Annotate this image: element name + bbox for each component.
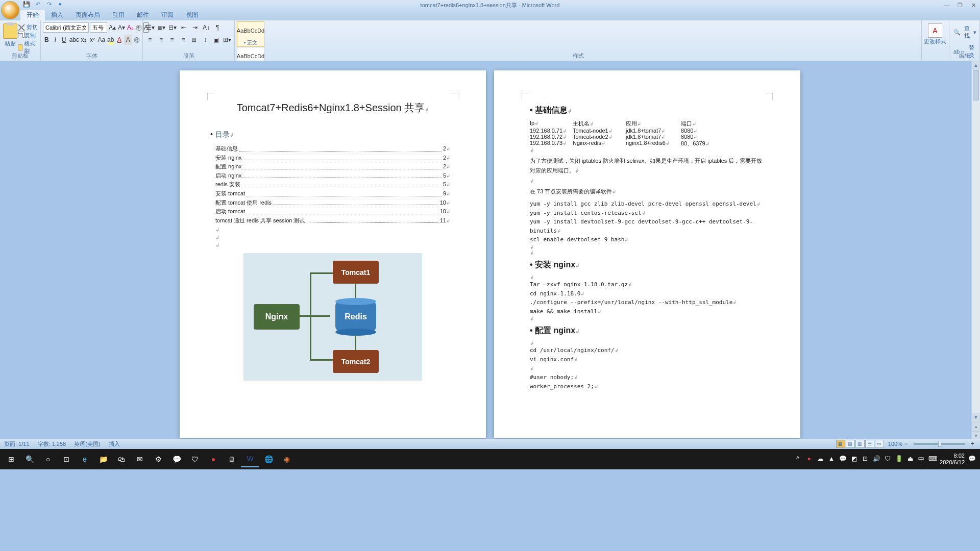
tray-power-icon[interactable]: 🔋 (895, 455, 903, 463)
tray-usb-icon[interactable]: ⏏ (906, 455, 914, 463)
window-minimize[interactable]: — (940, 2, 953, 9)
toc-line-8[interactable]: tomcat 通过 redis 共享 session 测试11↲ (215, 216, 450, 226)
view-draft[interactable]: ▭ (875, 440, 884, 448)
toc-line-2[interactable]: 配置 nginx2↲ (215, 162, 450, 171)
zoom-in-button[interactable]: + (969, 439, 976, 449)
case-button[interactable]: Aa (97, 35, 106, 45)
align-right-button[interactable]: ≡ (167, 35, 177, 45)
zoom-value[interactable]: 100% (888, 441, 902, 447)
status-words[interactable]: 字数: 1,258 (38, 440, 66, 448)
edge-button[interactable]: e (76, 451, 94, 467)
tray-notifications-icon[interactable]: 💬 (968, 455, 976, 463)
tray-wechat-icon[interactable]: 💬 (839, 455, 847, 463)
shading-button[interactable]: ▣ (211, 35, 222, 45)
italic-button[interactable]: I (52, 35, 59, 45)
cut-button[interactable]: 剪切 (18, 23, 38, 31)
word-button[interactable]: W (241, 451, 259, 467)
vertical-scrollbar[interactable]: ▲ ▼ ▴ ▾ (971, 61, 980, 439)
tray-clip-icon[interactable]: ⊡ (861, 455, 869, 463)
status-lang[interactable]: 英语(美国) (74, 440, 100, 448)
tray-keyboard-icon[interactable]: ⌨ (928, 455, 937, 463)
scroll-up-button[interactable]: ▲ (972, 61, 980, 70)
tray-onedrive-icon[interactable]: ▲ (827, 455, 836, 463)
highlight-button[interactable]: ab (107, 35, 114, 45)
store-button[interactable]: 🛍 (112, 451, 131, 467)
grow-font-button[interactable]: A▴ (108, 22, 116, 33)
style-item-0[interactable]: AaBbCcDd• 正文 (237, 21, 264, 47)
next-page-button[interactable]: ▾ (972, 431, 980, 439)
toc-line-6[interactable]: 配置 tomcat 使用 redis10↲ (215, 198, 450, 208)
subscript-button[interactable]: x₂ (80, 35, 88, 45)
start-button[interactable]: ⊞ (2, 451, 20, 467)
qat-undo[interactable]: ↶ (34, 1, 42, 9)
tab-home[interactable]: 开始 (20, 10, 45, 20)
toc-line-0[interactable]: 基础信息2↲ (215, 144, 450, 154)
document-area[interactable]: Tomcat7+Redis6+Nginx1.8+Session 共享↲ • 目录… (0, 61, 980, 439)
tray-net-icon[interactable]: ◩ (850, 455, 858, 463)
toc-line-3[interactable]: 启动 nginx5↲ (215, 171, 450, 181)
align-left-button[interactable]: ≡ (145, 35, 155, 45)
tray-up-icon[interactable]: ^ (794, 455, 802, 463)
enclose-button[interactable]: ㊕ (133, 35, 140, 45)
toc-line-1[interactable]: 安装 nginx2↲ (215, 154, 450, 163)
bullets-button[interactable]: ☰▾ (145, 22, 155, 33)
window-close[interactable]: ✕ (967, 2, 980, 9)
search-button[interactable]: 🔍 (20, 451, 39, 467)
phonetic-button[interactable]: ㊥ (135, 22, 142, 33)
toc-line-5[interactable]: 安装 tomcat9↲ (215, 189, 450, 198)
chrome-button[interactable]: 🌐 (259, 451, 278, 467)
distribute-button[interactable]: ⊞ (189, 35, 200, 45)
cortana-button[interactable]: ○ (39, 451, 57, 467)
toc-line-4[interactable]: redis 安装5↲ (215, 180, 450, 189)
decrease-indent-button[interactable]: ⇤ (179, 22, 189, 33)
wechat-button[interactable]: 💬 (167, 451, 186, 467)
tray-record-icon[interactable]: ● (805, 455, 813, 463)
tray-ime-icon[interactable]: 中 (917, 455, 925, 463)
change-style-button[interactable]: A 更改样式 (924, 21, 946, 45)
window-maximize[interactable]: ❐ (953, 2, 967, 9)
borders-button[interactable]: ⊞▾ (222, 35, 232, 45)
line-spacing-button[interactable]: ↕ (200, 35, 210, 45)
font-family-combo[interactable] (43, 22, 89, 33)
tab-review[interactable]: 审阅 (155, 10, 180, 20)
qat-customize[interactable]: ▾ (56, 1, 64, 9)
justify-button[interactable]: ≡ (178, 35, 188, 45)
zoom-out-button[interactable]: − (902, 439, 910, 449)
char-shading-button[interactable]: A (124, 35, 132, 45)
align-center-button[interactable]: ≡ (156, 35, 166, 45)
show-marks-button[interactable]: ¶ (212, 22, 223, 33)
record-button[interactable]: ● (204, 451, 223, 467)
settings-button[interactable]: ⚙ (149, 451, 167, 467)
font-size-combo[interactable] (90, 22, 107, 33)
increase-indent-button[interactable]: ⇥ (190, 22, 200, 33)
tab-view[interactable]: 视图 (180, 10, 204, 20)
find-button[interactable]: 🔍 查找 ▾ (951, 22, 977, 42)
tab-mailings[interactable]: 邮件 (131, 10, 155, 20)
view-print-layout[interactable]: ▦ (836, 440, 845, 448)
office-button[interactable] (1, 1, 19, 19)
spiral-button[interactable]: ◉ (278, 451, 296, 467)
vm-button[interactable]: 🖥 (223, 451, 241, 467)
tray-sound-icon[interactable]: 🔊 (872, 455, 880, 463)
tab-layout[interactable]: 页面布局 (69, 10, 106, 20)
view-web-layout[interactable]: ▥ (855, 440, 865, 448)
taskbar-clock[interactable]: 8:02 2020/6/12 (940, 453, 965, 466)
taskview-button[interactable]: ⊡ (57, 451, 76, 467)
status-mode[interactable]: 插入 (109, 440, 120, 448)
prev-page-button[interactable]: ▴ (972, 422, 980, 431)
tray-shield-icon[interactable]: 🛡 (884, 455, 892, 463)
view-full-reading[interactable]: ▤ (846, 440, 855, 448)
bold-button[interactable]: B (43, 35, 51, 45)
scroll-down-button[interactable]: ▼ (972, 413, 980, 422)
tab-insert[interactable]: 插入 (45, 10, 69, 20)
mail-button[interactable]: ✉ (131, 451, 149, 467)
qat-redo[interactable]: ↷ (45, 1, 53, 9)
numbering-button[interactable]: ≣▾ (156, 22, 166, 33)
status-page[interactable]: 页面: 1/11 (4, 440, 30, 448)
shield-button[interactable]: 🛡 (186, 451, 204, 467)
scroll-thumb[interactable] (973, 70, 979, 101)
explorer-button[interactable]: 📁 (94, 451, 112, 467)
underline-button[interactable]: U (60, 35, 68, 45)
multilevel-button[interactable]: ⊟▾ (167, 22, 178, 33)
font-color-button[interactable]: A (115, 35, 123, 45)
